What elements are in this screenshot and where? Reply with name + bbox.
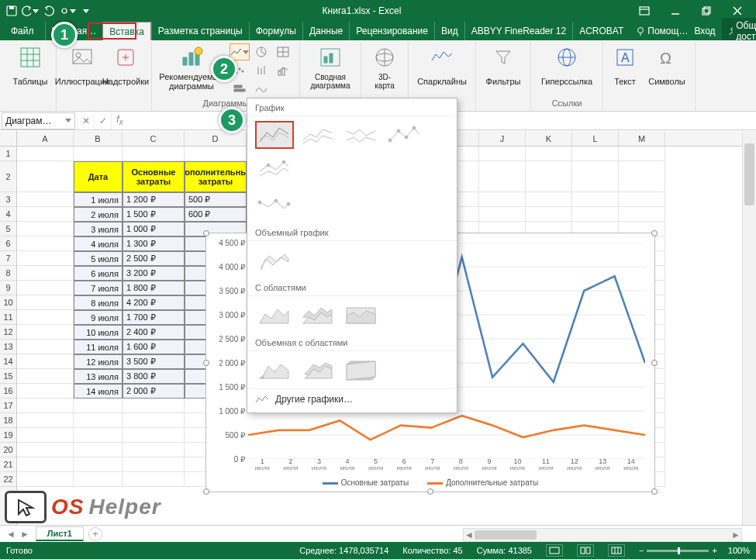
cell[interactable]: 3 800 ₽ — [123, 369, 185, 384]
pivot-chart-button[interactable]: Сводная диаграмма — [306, 43, 354, 93]
tables-button[interactable]: Таблицы — [11, 43, 50, 93]
touch-mode-icon[interactable] — [59, 2, 76, 19]
tell-me[interactable]: Помощ… — [636, 26, 688, 36]
tab-file[interactable]: Файл — [0, 22, 45, 40]
ribbon-tab[interactable]: ACROBAT — [572, 22, 630, 40]
chart-line-basic[interactable] — [255, 121, 294, 149]
save-icon[interactable] — [3, 2, 20, 19]
cancel-formula-icon[interactable]: ✕ — [77, 112, 94, 129]
cell[interactable] — [479, 192, 526, 207]
horizontal-scrollbar[interactable]: ◄ ► — [463, 528, 742, 542]
column-header[interactable]: M — [619, 131, 665, 146]
row-header[interactable]: 18 — [0, 413, 16, 428]
view-pagebreak-icon[interactable] — [608, 544, 625, 557]
zoom-out-icon[interactable]: − — [639, 546, 644, 555]
cell[interactable]: 5 июля — [74, 251, 123, 266]
filters-button[interactable]: Фильтры — [482, 43, 524, 93]
redo-icon[interactable] — [40, 2, 57, 19]
row-header[interactable]: 5 — [0, 222, 16, 236]
row-header[interactable]: 2 — [0, 161, 16, 192]
cell[interactable] — [619, 207, 665, 222]
chart-3darea-100stacked[interactable] — [342, 356, 381, 384]
cell[interactable] — [17, 295, 74, 310]
chart-line-100stacked[interactable] — [342, 121, 381, 149]
insert-pie-chart-dropdown[interactable] — [251, 43, 271, 60]
undo-icon[interactable] — [22, 2, 39, 19]
cell[interactable] — [17, 369, 74, 384]
ribbon-tab[interactable]: Вставка — [102, 22, 151, 40]
ribbon-options-icon[interactable] — [629, 0, 660, 22]
cell[interactable] — [17, 266, 74, 281]
cell[interactable]: 14 июля — [74, 384, 123, 399]
cell[interactable]: 1 600 ₽ — [123, 340, 185, 354]
chart-3darea-stacked[interactable] — [299, 356, 337, 384]
sheet-tab-active[interactable]: Лист1 — [36, 526, 84, 541]
cell[interactable] — [17, 222, 74, 236]
cell[interactable] — [17, 457, 74, 472]
chart-3darea-basic[interactable] — [255, 356, 294, 384]
cell[interactable] — [123, 443, 185, 457]
cell[interactable]: 500 ₽ — [185, 192, 247, 207]
cell[interactable]: 11 июля — [74, 340, 123, 354]
column-header[interactable]: K — [526, 131, 572, 146]
cell[interactable]: 1 300 ₽ — [123, 236, 185, 251]
insert-stock-dropdown[interactable] — [251, 62, 271, 79]
cell[interactable] — [572, 147, 619, 161]
row-header[interactable]: 21 — [0, 457, 16, 472]
cell[interactable]: 8 июля — [74, 295, 123, 310]
chart-3dline[interactable] — [255, 246, 294, 274]
cell[interactable]: 10 июля — [74, 325, 123, 340]
illustrations-button[interactable]: Иллюстрации — [63, 43, 102, 93]
row-header[interactable]: 14 — [0, 354, 16, 369]
ribbon-tab[interactable]: Рецензирование — [349, 22, 434, 40]
cell[interactable] — [17, 147, 74, 161]
cell[interactable]: 3 200 ₽ — [123, 266, 185, 281]
row-header[interactable]: 1 — [0, 147, 16, 161]
cell[interactable] — [479, 161, 526, 192]
cell[interactable] — [17, 281, 74, 295]
row-header[interactable]: 22 — [0, 472, 16, 487]
column-header[interactable]: J — [479, 131, 526, 146]
cell[interactable] — [17, 472, 74, 487]
cell[interactable]: 1 500 ₽ — [123, 207, 185, 222]
cell[interactable]: 12 июля — [74, 354, 123, 369]
row-header[interactable]: 7 — [0, 251, 16, 266]
cell[interactable] — [17, 399, 74, 413]
cell[interactable] — [123, 428, 185, 443]
chart-line-100stacked-markers[interactable] — [255, 191, 294, 219]
cell[interactable] — [17, 384, 74, 399]
cell[interactable]: 1 000 ₽ — [123, 222, 185, 236]
cell[interactable] — [123, 413, 185, 428]
ribbon-tab[interactable]: Разметка страницы — [151, 22, 249, 40]
enter-formula-icon[interactable]: ✓ — [94, 112, 111, 129]
chart-area-100stacked[interactable] — [342, 301, 381, 329]
cell[interactable] — [74, 413, 123, 428]
column-header[interactable]: D — [185, 131, 247, 146]
cell[interactable] — [572, 192, 619, 207]
cell[interactable]: Основные затраты — [123, 161, 185, 192]
cell[interactable] — [74, 472, 123, 487]
hyperlink-button[interactable]: Гиперссылка — [537, 43, 596, 93]
cell[interactable] — [17, 310, 74, 325]
cell[interactable] — [17, 443, 74, 457]
cell[interactable]: 13 июля — [74, 369, 123, 384]
scroll-left-icon[interactable]: ◄ — [464, 529, 475, 541]
row-header[interactable]: 11 — [0, 310, 16, 325]
row-header[interactable]: 20 — [0, 443, 16, 457]
cell[interactable] — [17, 236, 74, 251]
cell[interactable]: 3 500 ₽ — [123, 354, 185, 369]
column-header[interactable]: C — [123, 131, 185, 146]
row-header[interactable]: 17 — [0, 399, 16, 413]
cell[interactable] — [17, 251, 74, 266]
cell[interactable]: 2 500 ₽ — [123, 251, 185, 266]
cell[interactable] — [123, 147, 185, 161]
cell[interactable] — [619, 192, 665, 207]
addins-button[interactable]: Надстройки — [106, 43, 145, 93]
cell[interactable] — [479, 147, 526, 161]
insert-treemap-dropdown[interactable] — [273, 43, 293, 60]
row-header[interactable]: 8 — [0, 266, 16, 281]
cell[interactable]: 3 июля — [74, 222, 123, 236]
cell[interactable] — [526, 192, 572, 207]
cell[interactable] — [572, 207, 619, 222]
cell[interactable] — [123, 399, 185, 413]
